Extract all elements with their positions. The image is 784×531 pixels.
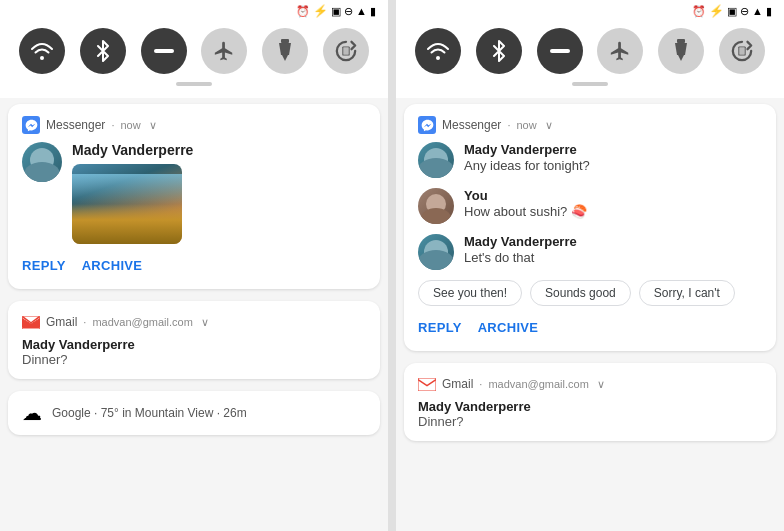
svg-rect-6 — [677, 39, 685, 43]
rotate-toggle-right[interactable] — [719, 28, 765, 74]
archive-button-left[interactable]: Archive — [82, 254, 143, 277]
google-icon-left: ☁ — [22, 401, 42, 425]
messenger-body-left: Mady Vanderperre — [72, 142, 193, 244]
nfc-icon: ▣ — [331, 5, 341, 18]
messenger-header-right: Messenger · now ∨ — [418, 116, 762, 134]
messenger-actions-left: Reply Archive — [22, 254, 366, 277]
toggle-row-right — [408, 28, 772, 74]
alarm-icon-right: ⏰ — [692, 5, 706, 18]
messenger-header-left: Messenger · now ∨ — [22, 116, 366, 134]
messenger-avatar-left — [22, 142, 62, 182]
bluetooth-icon: ⚡ — [313, 4, 328, 18]
drag-handle-right — [572, 82, 608, 86]
gmail-sender-right: Mady Vanderperre — [418, 399, 762, 414]
chat-bubble-2: You How about sushi? 🍣 — [464, 188, 762, 219]
wifi-status-icon-right: ▲ — [752, 5, 763, 17]
chat-sender-3: Mady Vanderperre — [464, 234, 762, 249]
toggle-row-left — [12, 28, 376, 74]
messenger-chevron-left[interactable]: ∨ — [149, 119, 157, 132]
reply-button-left[interactable]: Reply — [22, 254, 66, 277]
smart-reply-row: See you then! Sounds good Sorry, I can't — [418, 280, 762, 306]
chat-text-1: Any ideas for tonight? — [464, 158, 762, 173]
gmail-header-left: Gmail · madvan@gmail.com ∨ — [22, 313, 366, 331]
smart-reply-3[interactable]: Sorry, I can't — [639, 280, 735, 306]
gmail-icon-right — [418, 375, 436, 393]
gmail-header-right: Gmail · madvan@gmail.com ∨ — [418, 375, 762, 393]
gmail-icon-left — [22, 313, 40, 331]
gmail-email-left: madvan@gmail.com — [92, 316, 192, 328]
flashlight-toggle-right[interactable] — [658, 28, 704, 74]
svg-rect-3 — [343, 47, 349, 54]
dnd-icon: ⊖ — [344, 5, 353, 18]
flashlight-toggle-left[interactable] — [262, 28, 308, 74]
chat-sender-2: You — [464, 188, 762, 203]
chat-message-1: Mady Vanderperre Any ideas for tonight? — [418, 142, 762, 178]
reply-button-right[interactable]: Reply — [418, 316, 462, 339]
gmail-notification-right: Gmail · madvan@gmail.com ∨ Mady Vanderpe… — [404, 363, 776, 441]
wifi-toggle-right[interactable] — [415, 28, 461, 74]
messenger-app-icon-right — [418, 116, 436, 134]
messenger-notification-left: Messenger · now ∨ Mady Vanderperre Reply… — [8, 104, 380, 289]
battery-icon-right: ▮ — [766, 5, 772, 18]
google-text-left: Google · 75° in Mountain View · 26m — [52, 406, 247, 420]
messenger-notification-right: Messenger · now ∨ Mady Vanderperre Any i… — [404, 104, 776, 351]
messenger-chevron-right[interactable]: ∨ — [545, 119, 553, 132]
messenger-time-left: now — [120, 119, 140, 131]
quick-settings-left — [0, 20, 388, 98]
messenger-app-name-right: Messenger — [442, 118, 501, 132]
gmail-email-right: madvan@gmail.com — [488, 378, 588, 390]
chat-avatar-mady-2 — [418, 234, 454, 270]
chat-bubble-1: Mady Vanderperre Any ideas for tonight? — [464, 142, 762, 173]
gmail-app-name-left: Gmail — [46, 315, 77, 329]
dnd-icon-right: ⊖ — [740, 5, 749, 18]
gmail-sender-left: Mady Vanderperre — [22, 337, 366, 352]
messenger-app-name-left: Messenger — [46, 118, 105, 132]
gmail-chevron-left[interactable]: ∨ — [201, 316, 209, 329]
rotate-toggle-left[interactable] — [323, 28, 369, 74]
chat-bubble-3: Mady Vanderperre Let's do that — [464, 234, 762, 265]
alarm-icon: ⏰ — [296, 5, 310, 18]
dnd-toggle-left[interactable] — [141, 28, 187, 74]
right-panel: ⏰ ⚡ ▣ ⊖ ▲ ▮ — [396, 0, 784, 531]
chat-message-2: You How about sushi? 🍣 — [418, 188, 762, 224]
quick-settings-right — [396, 20, 784, 98]
messenger-app-icon-left — [22, 116, 40, 134]
gmail-notification-left: Gmail · madvan@gmail.com ∨ Mady Vanderpe… — [8, 301, 380, 379]
smart-reply-2[interactable]: Sounds good — [530, 280, 631, 306]
messenger-time-right: now — [516, 119, 536, 131]
battery-icon: ▮ — [370, 5, 376, 18]
status-icons-right: ⏰ ⚡ ▣ ⊖ ▲ ▮ — [692, 4, 772, 18]
gmail-app-name-right: Gmail — [442, 377, 473, 391]
messenger-actions-right: Reply Archive — [418, 316, 762, 339]
smart-reply-1[interactable]: See you then! — [418, 280, 522, 306]
svg-rect-5 — [550, 49, 570, 53]
chat-message-3: Mady Vanderperre Let's do that — [418, 234, 762, 270]
bluetooth-toggle-left[interactable] — [80, 28, 126, 74]
status-bar-right: ⏰ ⚡ ▣ ⊖ ▲ ▮ — [396, 0, 784, 20]
svg-rect-9 — [418, 378, 436, 391]
gmail-chevron-right[interactable]: ∨ — [597, 378, 605, 391]
gmail-subject-right: Dinner? — [418, 414, 762, 429]
status-bar-left: ⏰ ⚡ ▣ ⊖ ▲ ▮ — [0, 0, 388, 20]
wifi-status-icon: ▲ — [356, 5, 367, 17]
chat-text-2: How about sushi? 🍣 — [464, 204, 762, 219]
bluetooth-toggle-right[interactable] — [476, 28, 522, 74]
airplane-toggle-right[interactable] — [597, 28, 643, 74]
messenger-content-left: Mady Vanderperre — [22, 142, 366, 244]
dnd-toggle-right[interactable] — [537, 28, 583, 74]
wifi-toggle-left[interactable] — [19, 28, 65, 74]
nfc-icon-right: ▣ — [727, 5, 737, 18]
chat-avatar-you — [418, 188, 454, 224]
chat-text-3: Let's do that — [464, 250, 762, 265]
svg-rect-0 — [154, 49, 174, 53]
svg-rect-1 — [281, 39, 289, 43]
archive-button-right[interactable]: Archive — [478, 316, 539, 339]
left-panel: ⏰ ⚡ ▣ ⊖ ▲ ▮ — [0, 0, 388, 531]
svg-rect-8 — [739, 47, 745, 54]
drag-handle-left — [176, 82, 212, 86]
airplane-toggle-left[interactable] — [201, 28, 247, 74]
messenger-image-left — [72, 164, 182, 244]
gmail-subject-left: Dinner? — [22, 352, 366, 367]
chat-sender-1: Mady Vanderperre — [464, 142, 762, 157]
chat-avatar-mady-1 — [418, 142, 454, 178]
